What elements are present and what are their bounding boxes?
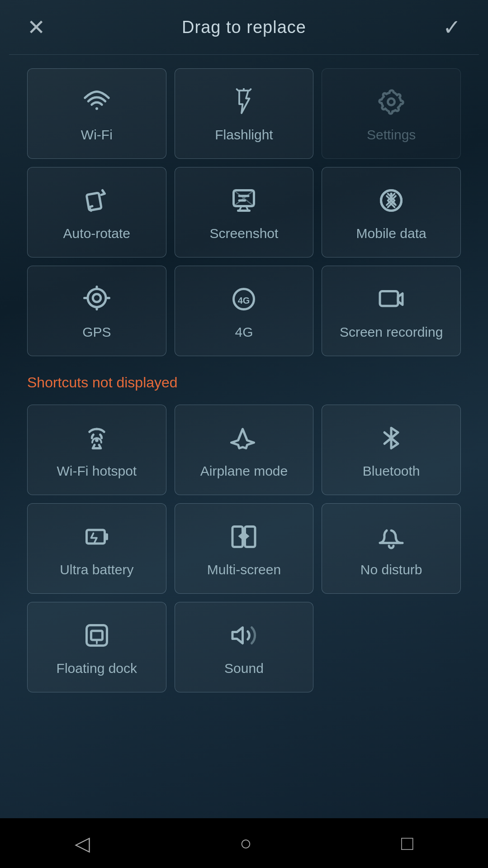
tile-autorotate-label: Auto-rotate <box>63 225 130 242</box>
svg-point-12 <box>88 289 106 307</box>
tile-sound[interactable]: Sound <box>175 602 314 692</box>
displayed-section: Wi-Fi Flashlight Settings <box>0 55 488 370</box>
bluetooth-icon <box>375 422 407 454</box>
tile-airplanemode-label: Airplane mode <box>200 463 288 480</box>
tile-settings[interactable]: Settings <box>322 68 461 159</box>
shortcuts-section-label: Shortcuts not displayed <box>27 374 461 391</box>
svg-line-2 <box>250 89 251 91</box>
gps-icon <box>81 283 113 315</box>
page-title: Drag to replace <box>182 18 306 37</box>
recents-button[interactable]: □ <box>401 832 413 854</box>
tile-mobiledata[interactable]: Mobile data <box>322 167 461 258</box>
4g-icon: 4G <box>227 283 260 315</box>
tile-nodisturb[interactable]: No disturb <box>322 503 461 594</box>
tile-ultrabattery[interactable]: Ultra battery <box>27 503 166 594</box>
screenshot-icon <box>227 184 260 217</box>
hidden-grid: Wi-Fi hotspot Airplane mode Bluetooth <box>27 405 461 692</box>
tile-mobiledata-label: Mobile data <box>356 225 426 242</box>
tile-autorotate[interactable]: Auto-rotate <box>27 167 166 258</box>
tile-flashlight[interactable]: Flashlight <box>175 68 314 159</box>
flashlight-icon <box>227 86 260 118</box>
header: ✕ Drag to replace ✓ <box>0 0 488 54</box>
nav-bar: ◁ ○ □ <box>0 818 488 868</box>
svg-rect-16 <box>380 291 398 306</box>
tile-4g[interactable]: 4G 4G <box>175 266 314 356</box>
tile-floatingdock-label: Floating dock <box>57 660 137 677</box>
tile-multiscreen[interactable]: Multi-screen <box>175 503 314 594</box>
tile-sound-label: Sound <box>224 660 264 677</box>
autorotate-icon <box>81 184 113 217</box>
tile-multiscreen-label: Multi-screen <box>207 561 281 578</box>
tile-nodisturb-label: No disturb <box>360 561 422 578</box>
svg-point-4 <box>388 99 395 105</box>
tile-airplanemode[interactable]: Airplane mode <box>175 405 314 495</box>
nodisturb-icon <box>375 520 407 553</box>
tile-screenshot-label: Screenshot <box>210 225 279 242</box>
close-button[interactable]: ✕ <box>27 14 45 40</box>
wifihotspot-icon <box>81 422 113 454</box>
tile-bluetooth[interactable]: Bluetooth <box>322 405 461 495</box>
settings-icon <box>375 86 407 118</box>
tile-wifi[interactable]: Wi-Fi <box>27 68 166 159</box>
tile-bluetooth-label: Bluetooth <box>363 463 420 480</box>
tile-wifihotspot-label: Wi-Fi hotspot <box>57 463 137 480</box>
ultrabattery-icon <box>81 520 113 553</box>
confirm-button[interactable]: ✓ <box>443 14 461 40</box>
sound-icon <box>227 619 260 652</box>
home-button[interactable]: ○ <box>240 832 252 854</box>
airplanemode-icon <box>227 422 260 454</box>
wifi-icon <box>81 86 113 118</box>
svg-point-13 <box>93 294 101 302</box>
tile-flashlight-label: Flashlight <box>215 126 273 143</box>
tile-screenshot[interactable]: Screenshot <box>175 167 314 258</box>
tile-settings-label: Settings <box>367 126 416 143</box>
multiscreen-icon <box>227 520 260 553</box>
back-button[interactable]: ◁ <box>75 832 90 855</box>
screenrecording-icon <box>375 283 407 315</box>
shortcuts-section: Shortcuts not displayed Wi-Fi hotspot <box>0 370 488 706</box>
tile-screenrecording-label: Screen recording <box>340 324 443 341</box>
mobiledata-icon <box>375 184 407 217</box>
svg-point-17 <box>95 439 99 443</box>
tile-screenrecording[interactable]: Screen recording <box>322 266 461 356</box>
svg-point-0 <box>95 107 98 110</box>
svg-line-3 <box>237 89 238 91</box>
tile-wifi-label: Wi-Fi <box>81 126 113 143</box>
tile-wifihotspot[interactable]: Wi-Fi hotspot <box>27 405 166 495</box>
tile-gps[interactable]: GPS <box>27 266 166 356</box>
svg-rect-22 <box>91 631 102 640</box>
tile-4g-label: 4G <box>235 324 253 341</box>
tile-gps-label: GPS <box>82 324 111 341</box>
tile-floatingdock[interactable]: Floating dock <box>27 602 166 692</box>
floatingdock-icon <box>81 619 113 652</box>
tile-ultrabattery-label: Ultra battery <box>60 561 133 578</box>
svg-text:4G: 4G <box>238 296 250 305</box>
displayed-grid: Wi-Fi Flashlight Settings <box>27 68 461 356</box>
